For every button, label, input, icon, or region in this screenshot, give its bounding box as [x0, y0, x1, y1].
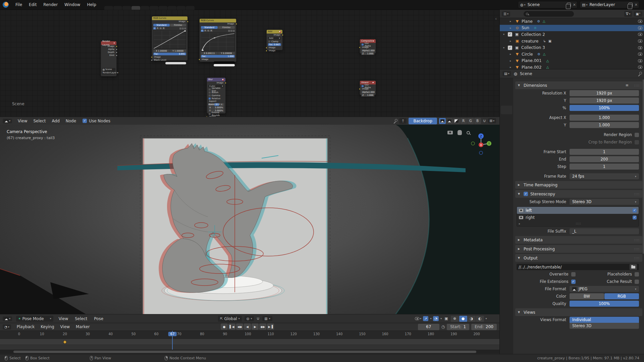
stereo-view-right[interactable]: right✓ [517, 214, 639, 221]
transport-button[interactable]: ▶ [252, 323, 259, 330]
shading-wireframe[interactable]: ⊕ [451, 316, 459, 322]
tab-physics[interactable] [501, 175, 512, 183]
visibility-dropdown[interactable]: ▾ [415, 317, 421, 320]
overlays-toggle[interactable]: ◔ [433, 316, 439, 321]
expand-arrow-icon[interactable]: ▾ [503, 46, 508, 49]
editor-type-dropdown[interactable]: ◔▾ [3, 324, 11, 329]
file-extensions-checkbox[interactable]: ✓ [571, 280, 576, 284]
relative-checkbox[interactable]: Relative [207, 97, 225, 100]
black-level-swatch[interactable] [214, 61, 235, 64]
node-editor-menu[interactable]: Node [63, 119, 79, 123]
socket[interactable] [116, 55, 117, 56]
outliner-row-collection-3[interactable]: ▾ ✓ ▣ Collection 3 [500, 44, 644, 51]
timeline-menu[interactable]: Playback [14, 324, 38, 329]
timeline-menu[interactable]: View [57, 324, 73, 329]
curve-tab-filmlike[interactable]: Filmlike [218, 26, 235, 29]
mode-dropdown[interactable]: ✶Pose Mode▾ [16, 316, 53, 322]
new-scene-icon[interactable] [567, 3, 571, 7]
curve-widget[interactable] [201, 33, 235, 51]
shading-solid[interactable]: ● [459, 316, 467, 322]
presets-icon[interactable]: ≡ [626, 83, 629, 87]
panel-metadata[interactable]: ▶Metadata:::: [515, 236, 642, 244]
channel-red[interactable]: R [460, 118, 467, 124]
color-rgb-button[interactable]: RGB [604, 293, 639, 299]
expand-arrow-icon[interactable]: ▸ [510, 20, 515, 23]
node-input[interactable]: Image [267, 49, 282, 52]
browse-folder-button[interactable] [630, 264, 637, 270]
socket[interactable] [235, 23, 237, 25]
socket[interactable] [151, 59, 153, 61]
cache-result-checkbox[interactable]: ✓ [635, 280, 639, 284]
expand-arrow-icon[interactable]: ▸ [510, 59, 515, 62]
file-suffix-field[interactable]: _L [570, 228, 639, 234]
timeline-scrollbar[interactable] [0, 350, 499, 354]
collection-checkbox[interactable]: ✓ [508, 32, 512, 37]
transport-button[interactable]: ● [221, 323, 228, 330]
tab-object[interactable] [501, 154, 512, 163]
node-layer-field[interactable]: RenderLayer▾ [102, 71, 115, 74]
panel-dimensions[interactable]: ▼Dimensions ≡:::: [515, 81, 642, 89]
stereo-mode-dropdown[interactable]: Stereo 3D▾ [570, 199, 639, 205]
view-enabled-checkbox[interactable]: ✓ [633, 216, 637, 220]
curve-tab-standard[interactable]: Standard [153, 24, 170, 26]
viewport-menu[interactable]: Pose [91, 316, 107, 321]
aspect-y-field[interactable]: 1.000 [570, 122, 639, 128]
tab-view-layer[interactable] [501, 116, 512, 125]
editor-type-dropdown[interactable]: ▤▾ [502, 71, 511, 76]
viewport-menu[interactable]: Select [71, 316, 91, 321]
stopwatch-icon[interactable]: ◷ [441, 324, 445, 329]
render-layer-selector[interactable]: ▤▾ RenderLayer ✕ [580, 1, 639, 8]
frame-step-field[interactable]: 1 [570, 164, 639, 170]
transport-button[interactable]: ▶▐ [267, 323, 274, 330]
panel-grip[interactable]: :::: [634, 247, 640, 251]
collection-checkbox[interactable]: ✓ [508, 46, 512, 50]
region-collapse-icon[interactable]: ‹ [495, 16, 497, 21]
outliner-row-plane[interactable]: ▸ ✓ ▼ Plane ⚙ △ [500, 18, 644, 25]
timeline-editor[interactable]: ◔▾ PlaybackKeyingViewMarker ●▌◀◀◆◀▶◆▶▶▐ … [0, 323, 499, 354]
node-output[interactable]: Depth [101, 51, 116, 54]
node-output[interactable]: Image [152, 20, 187, 23]
editor-type-dropdown[interactable]: ▾ [3, 119, 12, 123]
parent-node-tree-icon[interactable]: ↑ [399, 118, 407, 124]
tab-render[interactable] [501, 95, 512, 104]
socket[interactable] [359, 88, 361, 90]
frame-start-field[interactable]: 1 [570, 149, 639, 155]
gizmos-dropdown[interactable]: ▾ [430, 317, 431, 320]
pin-icon[interactable] [638, 72, 642, 76]
tab-tool[interactable] [501, 81, 512, 90]
node-mix-add[interactable]: Add Image Add▾ Clamp Fac:0.667 Image Ima… [266, 29, 283, 50]
stereo-view-left[interactable]: left✓ [517, 207, 639, 214]
channel-green[interactable]: G [467, 118, 474, 124]
node-input[interactable]: Image [152, 56, 187, 59]
shading-dropdown[interactable]: ▾ [486, 317, 487, 320]
eye-icon[interactable] [638, 59, 642, 62]
socket[interactable] [266, 50, 267, 52]
node-output[interactable]: Image [207, 81, 225, 84]
frame-end-field[interactable]: End:200 [471, 324, 497, 330]
white-level-swatch[interactable] [214, 64, 235, 66]
eye-icon[interactable] [638, 46, 642, 49]
fac-slider[interactable]: Fac:0.667 [268, 43, 281, 46]
frame-rate-dropdown[interactable]: 24 fps▾ [570, 173, 639, 179]
socket[interactable] [282, 34, 283, 36]
channel-color-alpha[interactable] [439, 118, 446, 124]
outliner[interactable]: ☰▾ ∇▾ ▣⁺ ▸ ✓ ▼ Plane ⚙ △ [500, 10, 644, 69]
tab-bone[interactable] [501, 199, 512, 207]
workspace-tab[interactable] [159, 6, 167, 10]
playhead-frame-badge[interactable]: 67 [168, 332, 177, 336]
editor-type-dropdown[interactable]: ▾ [3, 316, 12, 321]
shading-rendered[interactable]: ◐ [476, 316, 484, 322]
z-value[interactable]: Z1.000 [361, 52, 374, 55]
node-input[interactable]: Black Level [152, 59, 187, 62]
workspace-tab[interactable] [141, 6, 149, 10]
workspace-tab[interactable] [122, 6, 131, 10]
timeline-track[interactable] [0, 339, 499, 350]
topbar-menu[interactable]: Edit [25, 2, 40, 7]
gamma-checkbox[interactable]: Gamma [207, 94, 225, 97]
curve-tab-standard[interactable]: Standard [201, 26, 218, 29]
scene-selector[interactable]: ◍▾ Scene ✕ [518, 1, 578, 8]
blend-mode-select[interactable]: Add▾ [268, 37, 281, 40]
socket[interactable] [199, 59, 200, 60]
node-render-layers[interactable]: Render Layers Image Alpha Depth Emit Sce… [101, 41, 117, 76]
node-input[interactable]: Image [200, 58, 236, 61]
